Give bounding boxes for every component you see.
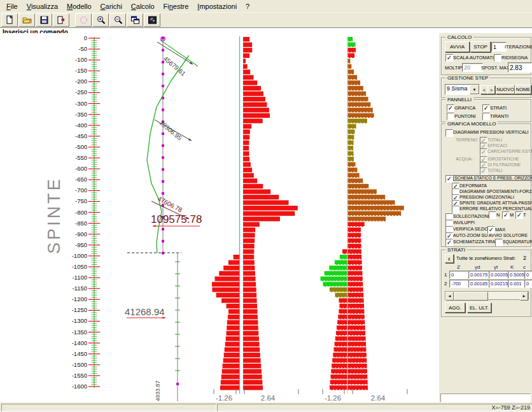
combo-arrow-icon[interactable]: ▼ <box>470 85 479 94</box>
svg-text:-1450: -1450 <box>72 350 87 357</box>
menu-item-file[interactable]: File <box>2 1 22 11</box>
svg-text:-600: -600 <box>75 165 87 172</box>
strati-cell-r2c2[interactable]: 0.00185 <box>468 280 491 288</box>
scala-automatica-checkbox[interactable]: ✓ <box>445 54 453 62</box>
scroll-right-icon[interactable]: ► <box>520 292 528 301</box>
strati-cell-r1c3[interactable]: 0.00205 <box>489 271 510 279</box>
drawing-canvas[interactable]: 0-50-100-150-200-250-300-350-400-450-500… <box>0 33 439 402</box>
pannelli-grafica-label: GRAFICA <box>454 105 475 111</box>
zoom-in-icon <box>96 15 106 25</box>
pressure-diagram-pressioni-orizzontali: -1.262.64 <box>212 36 298 402</box>
schema-statico-checkbox[interactable]: ✓ <box>445 175 453 183</box>
nmt-m-checkbox[interactable]: ✓ <box>502 211 510 219</box>
svg-text:-150: -150 <box>75 67 87 74</box>
el-ult-button[interactable]: EL. ULT. <box>467 302 491 313</box>
acqua-label: ACQUA : <box>456 157 473 161</box>
new-file-button[interactable] <box>1 13 18 27</box>
pannelli-grafica-checkbox[interactable]: ✓ <box>447 104 454 112</box>
diagrammi-pressioni-checkbox[interactable] <box>445 129 453 137</box>
pannelli-puntoni-checkbox[interactable] <box>447 113 454 120</box>
menu-item-visualizza[interactable]: Visualizza <box>22 1 62 11</box>
scrollbar-track[interactable] <box>488 292 520 299</box>
nuovo-button[interactable]: NUOVO <box>496 85 515 94</box>
epsilon-button[interactable]: ε <box>445 254 454 263</box>
menu-item-modello[interactable]: Modello <box>62 1 96 11</box>
bitmap-capture-button[interactable] <box>144 13 160 27</box>
menu-item-item[interactable]: ? <box>241 1 254 11</box>
scroll-left-icon[interactable]: ◄ <box>445 292 454 301</box>
open-folder-button[interactable] <box>18 13 35 27</box>
menu-item-calcolo[interactable]: Calcolo <box>127 1 159 11</box>
svg-text:-700: -700 <box>75 187 87 194</box>
menu-item-impostazioni[interactable]: Impostazioni <box>193 1 241 11</box>
numero-strati-value: 2 <box>523 255 526 261</box>
strati-header-2: γd <box>475 264 480 270</box>
step-next-button[interactable]: > <box>487 85 495 94</box>
svg-text:-1250: -1250 <box>72 306 87 313</box>
strati-row-number: 1 <box>444 272 447 278</box>
status-cell-left <box>1 404 216 411</box>
step-combobox[interactable]: 9 Sisma▼ <box>445 84 480 95</box>
force-annotation: 4933.87 <box>155 380 161 401</box>
errore-relativo-percentuale-label: ERRORE RELATIVO PERCENTUALE <box>459 206 532 211</box>
zoom-out-button[interactable] <box>109 13 126 27</box>
squadratura-label: SQUADRATURA <box>503 239 532 244</box>
zoom-in-button[interactable] <box>92 13 109 27</box>
selection-circle-button[interactable] <box>75 13 92 27</box>
errore-relativo-percentuale-checkbox[interactable] <box>452 206 459 213</box>
force-annotation: 47606.78 <box>157 195 183 213</box>
svg-text:-450: -450 <box>75 132 87 139</box>
svg-text:-1200: -1200 <box>72 295 87 302</box>
svg-text:-750: -750 <box>75 197 87 204</box>
svg-text:-400: -400 <box>75 122 87 129</box>
status-bar: X=-759 Z=-219 <box>0 402 532 412</box>
squadratura-checkbox[interactable] <box>495 239 503 246</box>
group-calcolo: CALCOLOAVVIASTOP1ITERAZIONE✓SCALA AUTOMA… <box>441 37 531 75</box>
bitmap-capture-icon <box>148 15 157 25</box>
strati-scrollbar[interactable]: ◄► <box>445 291 529 300</box>
strati-cell-r2c1[interactable]: -700 <box>449 280 471 288</box>
strati-cell-r1c2[interactable]: 0.00175 <box>468 271 491 279</box>
strati-header-1: Z <box>457 264 460 270</box>
strati-cell-r1c1[interactable]: 0 <box>449 271 471 279</box>
svg-text:0: 0 <box>84 34 87 41</box>
group-grafica-modello-title: GRAFICA MODELLO <box>445 121 498 127</box>
nmt-n-checkbox[interactable] <box>489 211 496 219</box>
svg-text:-300: -300 <box>75 100 87 107</box>
cascade-windows-button[interactable] <box>127 13 143 27</box>
strati-cell-r2c5[interactable]: 0 <box>524 280 532 288</box>
acqua-totali-checkbox[interactable]: ✓ <box>480 167 487 175</box>
stop-button[interactable]: STOP <box>470 41 491 52</box>
menu-bar: FileVisualizzaModelloCarichiCalcoloFines… <box>0 0 532 12</box>
svg-text:-350: -350 <box>75 111 87 118</box>
strati-cell-r1c5[interactable]: 0 <box>524 271 532 279</box>
depth-axis: 0-50-100-150-200-250-300-350-400-450-500… <box>72 34 100 390</box>
spost-max-field[interactable]: 2.83 <box>508 62 532 73</box>
schematizza-tiranti-checkbox[interactable]: ✓ <box>445 239 453 246</box>
pannelli-strati-checkbox[interactable]: ✓ <box>482 104 490 112</box>
nmt-t-checkbox[interactable]: ✓ <box>515 211 523 219</box>
force-annotation: 109575.78 <box>151 213 202 225</box>
menu-item-finestre[interactable]: Finestre <box>159 1 193 11</box>
step-combobox-value: 9 Sisma <box>445 85 470 94</box>
terreno-carichi-terre-esterni-checkbox[interactable]: ✓ <box>480 148 487 156</box>
svg-text:-1100: -1100 <box>72 274 87 281</box>
ridisegna-checkbox[interactable] <box>494 54 501 62</box>
agg-button[interactable]: AGG. <box>445 302 465 313</box>
moltip-field[interactable]: 20 <box>462 63 483 72</box>
svg-text:-1600: -1600 <box>72 383 87 390</box>
pannelli-tiranti-checkbox[interactable] <box>482 113 490 120</box>
strati-cell-r2c3[interactable]: 0.00215 <box>489 280 510 288</box>
pile-bottom-node-marker <box>176 383 179 385</box>
pressioni-orizzontali-label: PRESSIONI ORIZZONTALI <box>459 195 514 199</box>
save-floppy-button[interactable] <box>36 13 52 27</box>
scrollbar-thumb[interactable] <box>454 292 488 301</box>
sollecitazioni-label: SOLLECITAZIONI <box>453 214 489 218</box>
scale-max-label: 2.64 <box>371 394 386 402</box>
nome-button[interactable]: NOME <box>515 85 531 94</box>
export-door-button[interactable] <box>53 13 69 27</box>
terreno-efficaci-label: EFFICACI <box>487 143 507 148</box>
avvia-button[interactable]: AVVIA <box>445 41 470 52</box>
svg-text:-250: -250 <box>75 89 87 96</box>
menu-item-carichi[interactable]: Carichi <box>96 1 127 11</box>
